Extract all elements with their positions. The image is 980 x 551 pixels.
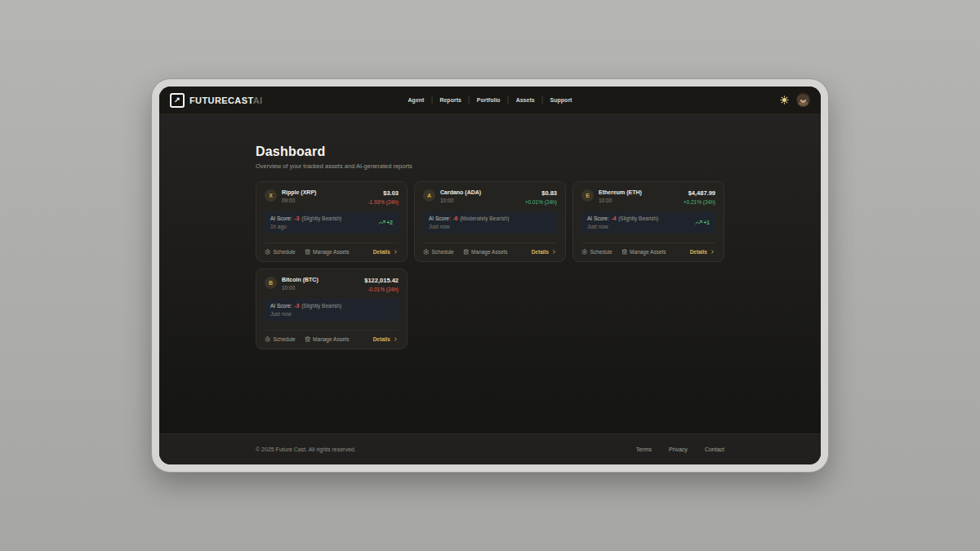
- footer-link-contact[interactable]: Contact: [705, 447, 724, 452]
- footer-links: Terms Privacy Contact: [636, 447, 724, 452]
- ai-updated-time: 1h ago: [270, 224, 341, 229]
- ai-score-label: AI Score:: [270, 303, 292, 309]
- manage-assets-label: Manage Assets: [471, 249, 507, 255]
- trend-indicator: +1: [695, 219, 710, 226]
- card-header: E Ethereum (ETH) 10:00 $4,487.99 +0.21% …: [573, 182, 724, 211]
- page-subtitle: Overview of your tracked assets and AI-g…: [256, 162, 724, 170]
- price-block: $0.83 +0.01% (24h): [525, 189, 557, 205]
- schedule-label: Schedule: [590, 249, 612, 255]
- manage-assets-label: Manage Assets: [313, 336, 349, 342]
- coin-meta: Cardano (ADA) 10:00: [440, 189, 481, 203]
- price-change: -0.01% (24h): [364, 287, 399, 292]
- theme-toggle-sun-icon[interactable]: [780, 96, 789, 104]
- card-actions: Schedule Manage Assets Details: [423, 242, 557, 262]
- price-change: +0.01% (24h): [525, 199, 557, 205]
- chevron-right-icon: [551, 249, 557, 255]
- manage-assets-label: Manage Assets: [313, 249, 349, 255]
- schedule-label: Schedule: [274, 249, 296, 255]
- details-button[interactable]: Details: [373, 249, 399, 255]
- nav-link-portfolio[interactable]: Portfolio: [470, 97, 508, 103]
- report-time: 10:00: [282, 285, 318, 291]
- manage-assets-button[interactable]: Manage Assets: [305, 249, 350, 256]
- trend-indicator: +2: [378, 219, 393, 226]
- top-navigation-bar: ↗ FUTURECASTAI Agent Reports Portfolio A…: [159, 87, 821, 114]
- page-footer: © 2025 Future Cast. All rights reserved.…: [159, 433, 821, 464]
- arrow-up-right-icon: ↗: [172, 95, 183, 106]
- desktop-background: { "brand": { "name": "FUTURECAST", "suff…: [0, 0, 980, 551]
- details-label: Details: [373, 249, 390, 255]
- card-header: A Cardano (ADA) 10:00 $0.83 +0.01% (24h): [415, 182, 565, 211]
- gear-icon: [423, 249, 430, 256]
- price-block: $3.03 -1.93% (24h): [368, 189, 399, 205]
- price-change: +0.21% (24h): [684, 199, 715, 205]
- nav-link-agent[interactable]: Agent: [401, 97, 432, 103]
- ai-score-panel: AI Score: -6 (Moderately Bearish) Just n…: [423, 211, 557, 233]
- schedule-label: Schedule: [274, 336, 296, 342]
- coin-meta: Ripple (XRP) 09:00: [282, 189, 316, 203]
- brand-suffix: AI: [253, 96, 263, 105]
- trash-icon: [305, 336, 311, 343]
- coin-name: Ethereum (ETH): [599, 189, 642, 195]
- card-actions: Schedule Manage Assets Details: [581, 242, 715, 262]
- details-button[interactable]: Details: [532, 249, 557, 255]
- manage-assets-button[interactable]: Manage Assets: [305, 336, 350, 343]
- schedule-button[interactable]: Schedule: [423, 249, 454, 256]
- asset-card: E Ethereum (ETH) 10:00 $4,487.99 +0.21% …: [572, 181, 724, 262]
- ai-updated-time: Just now: [270, 311, 341, 317]
- price-block: $4,487.99 +0.21% (24h): [684, 189, 715, 205]
- nav-link-assets[interactable]: Assets: [509, 97, 542, 103]
- details-label: Details: [690, 249, 707, 255]
- coin-name: Ripple (XRP): [282, 189, 316, 195]
- asset-card: A Cardano (ADA) 10:00 $0.83 +0.01% (24h)…: [414, 181, 566, 262]
- details-button[interactable]: Details: [373, 336, 399, 342]
- report-time: 10:00: [440, 198, 481, 203]
- card-actions: Schedule Manage Assets Details: [265, 242, 399, 262]
- ai-sentiment: (Moderately Bearish): [460, 216, 509, 221]
- ai-score-text: AI Score: -6 (Moderately Bearish) Just n…: [429, 216, 509, 229]
- schedule-button[interactable]: Schedule: [581, 249, 612, 256]
- card-actions: Schedule Manage Assets Details: [265, 330, 399, 349]
- user-avatar[interactable]: [796, 93, 810, 107]
- asset-price: $0.83: [525, 189, 557, 197]
- main-nav: Agent Reports Portfolio Assets Support: [401, 87, 580, 113]
- copyright-text: © 2025 Future Cast. All rights reserved.: [256, 447, 356, 452]
- ai-score-panel: AI Score: -3 (Slightly Bearish) 1h ago +…: [265, 211, 399, 233]
- ai-score-label: AI Score:: [429, 216, 451, 221]
- coin-symbol-badge: A: [423, 189, 435, 202]
- asset-price: $3.03: [368, 189, 399, 197]
- ai-score-text: AI Score: -3 (Slightly Bearish) Just now: [270, 303, 341, 317]
- footer-link-privacy[interactable]: Privacy: [669, 447, 688, 452]
- ai-sentiment: (Slightly Bearish): [301, 216, 341, 221]
- manage-assets-button[interactable]: Manage Assets: [621, 249, 666, 256]
- footer-link-terms[interactable]: Terms: [636, 447, 652, 452]
- manage-assets-label: Manage Assets: [630, 249, 666, 255]
- trash-icon: [463, 249, 470, 256]
- schedule-label: Schedule: [432, 249, 454, 255]
- ai-sentiment: (Slightly Bearish): [618, 216, 658, 221]
- asset-cards-grid: X Ripple (XRP) 09:00 $3.03 -1.93% (24h) …: [256, 181, 724, 349]
- ai-updated-time: Just now: [429, 224, 509, 229]
- chevron-right-icon: [393, 249, 399, 255]
- ai-score-value: -6: [453, 216, 458, 221]
- gear-icon: [581, 249, 588, 256]
- chevron-right-icon: [393, 336, 399, 342]
- ai-score-text: AI Score: -3 (Slightly Bearish) 1h ago: [270, 216, 341, 229]
- main-content: Dashboard Overview of your tracked asset…: [159, 114, 821, 433]
- trending-up-icon: [378, 219, 385, 226]
- ai-score-value: -3: [295, 216, 300, 221]
- ai-score-text: AI Score: -4 (Slightly Bearish) Just now: [587, 216, 658, 229]
- trend-delta: +2: [387, 220, 393, 225]
- nav-link-support[interactable]: Support: [543, 97, 580, 103]
- nav-link-reports[interactable]: Reports: [432, 97, 468, 103]
- brand-name: FUTURECASTAI: [189, 96, 263, 105]
- details-button[interactable]: Details: [690, 249, 715, 255]
- topbar-right-group: [780, 93, 810, 107]
- schedule-button[interactable]: Schedule: [265, 249, 296, 256]
- chevron-right-icon: [710, 249, 715, 255]
- manage-assets-button[interactable]: Manage Assets: [463, 249, 508, 256]
- futurecast-logo-icon: ↗: [170, 93, 185, 108]
- ai-score-panel: AI Score: -3 (Slightly Bearish) Just now: [265, 299, 399, 321]
- asset-card: X Ripple (XRP) 09:00 $3.03 -1.93% (24h) …: [256, 181, 408, 262]
- trash-icon: [621, 249, 628, 256]
- schedule-button[interactable]: Schedule: [265, 336, 296, 343]
